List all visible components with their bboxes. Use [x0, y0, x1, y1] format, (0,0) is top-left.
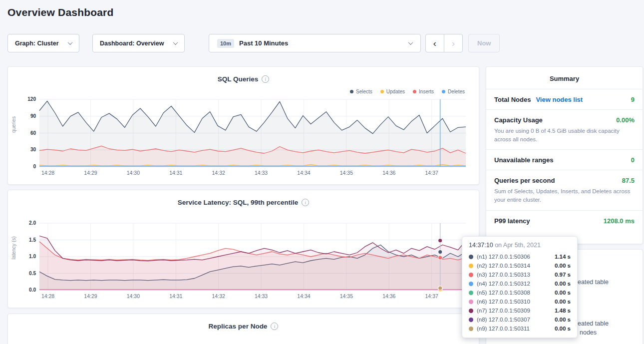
- info-icon[interactable]: i: [262, 75, 269, 83]
- page-title: Overview Dashboard: [7, 6, 114, 18]
- summary-title: Summary: [486, 67, 643, 89]
- dashboard-selector-dropdown[interactable]: Dashboard: Overview: [92, 34, 185, 52]
- chart-title: Service Latency: SQL, 99th percentile i: [8, 190, 479, 206]
- summary-row-capacity: Capacity Usage 0.00% You are using 0 B o…: [486, 109, 643, 149]
- legend-label: Inserts: [419, 89, 434, 94]
- summary-row-unavailable-ranges: Unavailable ranges 0: [486, 149, 643, 170]
- sql-queries-chart[interactable]: 14:2814:2914:3014:3114:3214:3314:3414:35…: [15, 95, 473, 178]
- svg-text:90: 90: [30, 113, 36, 119]
- node-latency-value: 0.00 s: [555, 281, 571, 287]
- node-address: (n6) 127.0.0.1:50310: [477, 299, 555, 305]
- info-icon[interactable]: i: [302, 199, 309, 206]
- node-color-dot-icon: [469, 282, 473, 286]
- info-icon[interactable]: i: [271, 323, 278, 330]
- time-range-dropdown[interactable]: 10m Past 10 Minutes: [209, 34, 421, 52]
- unavailable-ranges-label: Unavailable ranges: [494, 156, 554, 164]
- legend-dot-icon: [442, 90, 445, 93]
- tooltip-node-row: (n7) 127.0.0.1:503091.48 s: [469, 306, 571, 315]
- event-item-fragment[interactable]: nodes: [580, 329, 597, 336]
- node-latency-value: 0.00 s: [555, 290, 571, 296]
- service-latency-chart[interactable]: 14:2814:2914:3014:3114:3214:3314:3414:35…: [15, 219, 473, 301]
- node-address: (n8) 127.0.0.1:50307: [477, 317, 555, 323]
- tooltip-node-row: (n8) 127.0.0.1:503070.00 s: [469, 315, 571, 324]
- p99-latency-value: 1208.0 ms: [604, 217, 635, 225]
- time-window-badge: 10m: [217, 39, 234, 48]
- svg-text:14:37: 14:37: [425, 293, 438, 299]
- svg-text:14:29: 14:29: [84, 170, 97, 176]
- svg-text:14:28: 14:28: [41, 293, 54, 299]
- tooltip-node-row: (n2) 127.0.0.1:503140.00 s: [469, 261, 571, 270]
- tooltip-time: 14:37:10: [469, 242, 493, 249]
- chevron-down-icon: [408, 40, 413, 45]
- node-address: (n3) 127.0.0.1:50313: [477, 272, 555, 278]
- unavailable-ranges-value: 0: [631, 156, 635, 164]
- svg-text:0.5: 0.5: [29, 271, 36, 276]
- chevron-down-icon: [68, 40, 73, 45]
- node-latency-value: 0.00 s: [555, 326, 571, 332]
- svg-text:14:29: 14:29: [84, 293, 97, 299]
- chart-hover-tooltip: 14:37:10 on Apr 5th, 2021 (n1) 127.0.0.1…: [462, 236, 578, 338]
- replicas-per-node-panel: Replicas per Node i: [7, 314, 479, 344]
- tooltip-rows: (n1) 127.0.0.1:503061.14 s(n2) 127.0.0.1…: [469, 252, 571, 333]
- svg-text:14:33: 14:33: [255, 293, 268, 299]
- legend-label: Deletes: [448, 89, 465, 94]
- svg-text:14:34: 14:34: [297, 293, 310, 299]
- svg-text:0: 0: [33, 164, 36, 169]
- node-color-dot-icon: [469, 309, 473, 313]
- node-latency-value: 0.00 s: [555, 263, 571, 269]
- time-range-label: Past 10 Minutes: [239, 39, 288, 47]
- svg-text:2.0: 2.0: [29, 220, 36, 226]
- svg-text:14:33: 14:33: [255, 170, 268, 176]
- qps-value: 87.5: [622, 177, 635, 184]
- qps-description: Sum of Selects, Updates, Inserts, and De…: [494, 187, 635, 204]
- svg-text:14:30: 14:30: [127, 293, 140, 299]
- svg-text:120: 120: [27, 96, 36, 102]
- svg-text:0.0: 0.0: [29, 287, 36, 293]
- svg-text:14:35: 14:35: [340, 170, 353, 176]
- svg-text:14:31: 14:31: [169, 170, 182, 176]
- p99-latency-label: P99 latency: [494, 217, 530, 225]
- event-item-fragment[interactable]: eated table: [578, 320, 609, 327]
- tooltip-node-row: (n5) 127.0.0.1:503080.00 s: [469, 288, 571, 297]
- summary-panel: Summary Total Nodes View nodes list 9 Ca…: [486, 66, 643, 244]
- tooltip-header: 14:37:10 on Apr 5th, 2021: [469, 242, 571, 249]
- svg-text:14:32: 14:32: [212, 170, 225, 176]
- tooltip-node-row: (n9) 127.0.0.1:503110.00 s: [469, 324, 571, 333]
- node-color-dot-icon: [469, 291, 473, 295]
- summary-row-total-nodes: Total Nodes View nodes list 9: [486, 89, 643, 109]
- view-nodes-list-link[interactable]: View nodes list: [536, 96, 583, 103]
- chart-title-text: Replicas per Node: [209, 323, 268, 330]
- legend-label: Selects: [356, 89, 372, 94]
- event-item-fragment[interactable]: eated table: [578, 279, 609, 286]
- legend-dot-icon: [350, 90, 353, 93]
- svg-text:14:37: 14:37: [425, 170, 438, 176]
- total-nodes-label: Total Nodes: [494, 96, 531, 103]
- qps-label: Queries per second: [494, 177, 555, 184]
- svg-text:1.5: 1.5: [29, 237, 36, 243]
- tooltip-node-row: (n1) 127.0.0.1:503061.14 s: [469, 252, 571, 261]
- svg-text:30: 30: [30, 147, 36, 152]
- chevron-left-icon: ‹: [433, 38, 436, 49]
- graph-selector-dropdown[interactable]: Graph: Cluster: [7, 34, 79, 52]
- chart-title: SQL Queries i: [8, 67, 479, 83]
- node-latency-value: 1.48 s: [555, 308, 571, 314]
- legend-item: Inserts: [413, 89, 434, 94]
- chart-title-text: SQL Queries: [218, 75, 259, 83]
- time-back-button[interactable]: ‹: [425, 34, 444, 52]
- sql-queries-panel: SQL Queries i SelectsUpdatesInsertsDelet…: [7, 66, 479, 185]
- legend-label: Updates: [386, 89, 405, 94]
- node-address: (n2) 127.0.0.1:50314: [477, 263, 555, 269]
- capacity-description: You are using 0 B of 4.5 GiB usable disk…: [494, 127, 635, 143]
- svg-text:1.0: 1.0: [29, 254, 36, 259]
- node-color-dot-icon: [469, 300, 473, 304]
- chevron-right-icon: ›: [452, 38, 455, 49]
- svg-text:14:28: 14:28: [41, 170, 54, 176]
- svg-text:14:34: 14:34: [297, 170, 310, 176]
- graph-selector-label: Graph: Cluster: [15, 40, 59, 47]
- total-nodes-value: 9: [631, 96, 635, 103]
- svg-text:60: 60: [30, 130, 36, 136]
- time-forward-button[interactable]: ›: [444, 34, 463, 52]
- node-address: (n5) 127.0.0.1:50308: [477, 290, 555, 296]
- tooltip-node-row: (n6) 127.0.0.1:503100.00 s: [469, 297, 571, 306]
- now-button[interactable]: Now: [468, 34, 500, 52]
